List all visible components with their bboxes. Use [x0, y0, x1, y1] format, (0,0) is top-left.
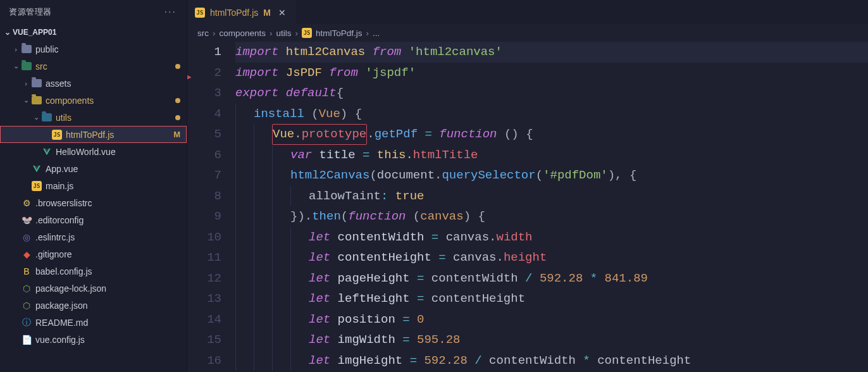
- explorer-header: 资源管理器 ···: [0, 0, 187, 24]
- line-number: 16: [194, 350, 221, 371]
- project-section[interactable]: ⌄ VUE_APP01: [0, 24, 187, 40]
- code-line[interactable]: let pageHeight = contentWidth / 592.28 *…: [235, 268, 868, 289]
- chevron-down-icon: ⌄: [32, 113, 40, 121]
- js-file-icon: JS: [195, 8, 205, 18]
- code-line[interactable]: import html2Canvas from 'html2canvas': [235, 42, 868, 63]
- explorer-title: 资源管理器: [9, 6, 52, 18]
- tree-item-readme-md[interactable]: ⓘREADME.md: [0, 314, 187, 331]
- tree-item-helloworld-vue[interactable]: HelloWorld.vue: [0, 143, 187, 160]
- explorer-sidebar: 资源管理器 ··· ⌄ VUE_APP01 ›public⌄src›assets…: [0, 0, 187, 372]
- breadcrumb-item[interactable]: JShtmlToPdf.js: [302, 28, 363, 38]
- tree-item-label: .editorconfig: [35, 215, 84, 225]
- code-line[interactable]: let contentWidth = canvas.width: [235, 227, 868, 248]
- more-icon[interactable]: ···: [164, 6, 180, 18]
- code-line[interactable]: Vue.prototype.getPdf = function () {: [235, 124, 868, 145]
- glyph-file-icon: ◎: [20, 232, 33, 243]
- breadcrumb-label: htmlToPdf.js: [316, 28, 363, 38]
- tree-item-label: .browserslistrc: [35, 198, 92, 208]
- code-line[interactable]: var title = this.htmlTitle: [235, 145, 868, 166]
- tree-item-vue-config-js[interactable]: 📄vue.config.js: [0, 331, 187, 348]
- line-number: 1: [194, 42, 221, 63]
- modified-dot-icon: [175, 98, 180, 103]
- code-line[interactable]: }).then(function (canvas) {: [235, 206, 868, 227]
- tree-item-label: components: [46, 96, 94, 106]
- chevron-down-icon: ⌄: [11, 62, 20, 70]
- tree-item-label: public: [35, 44, 59, 54]
- line-number: 6: [194, 145, 221, 166]
- code-content[interactable]: import html2Canvas from 'html2canvas'imp…: [235, 42, 868, 372]
- breadcrumb-separator-icon: ›: [270, 28, 273, 38]
- line-number: 10: [194, 227, 221, 248]
- code-line[interactable]: allowTaint: true: [235, 186, 868, 207]
- code-line[interactable]: install (Vue) {: [235, 104, 868, 125]
- tree-item-label: README.md: [35, 318, 88, 328]
- breadcrumb-item[interactable]: utils: [276, 28, 292, 38]
- close-icon[interactable]: ✕: [276, 6, 288, 19]
- code-line[interactable]: let contentHeight = canvas.height: [235, 247, 868, 268]
- js-file-icon: JS: [51, 129, 63, 140]
- tree-item-label: utils: [56, 113, 71, 123]
- tree-item-assets[interactable]: ›assets: [0, 75, 187, 92]
- vue-file-icon: [30, 163, 43, 175]
- breadcrumb-separator-icon: ›: [213, 28, 216, 38]
- tree-item-public[interactable]: ›public: [0, 40, 187, 58]
- glyph-file-icon: B: [20, 266, 33, 277]
- glyph-file-icon: ⓘ: [20, 317, 33, 328]
- code-area[interactable]: ▶ 12345678910111213141516 import html2Ca…: [187, 42, 868, 372]
- code-line[interactable]: import JsPDF from 'jspdf': [235, 63, 868, 84]
- tree-item-label: HelloWorld.vue: [56, 147, 116, 157]
- code-line[interactable]: let leftHeight = contentHeight: [235, 288, 868, 309]
- tree-item-label: vue.config.js: [35, 335, 85, 345]
- tree-item-src[interactable]: ⌄src: [0, 58, 187, 75]
- glyph-file-icon: ⬡: [20, 283, 33, 294]
- chevron-right-icon: ›: [11, 46, 20, 53]
- tree-item-label: htmlToPdf.js: [66, 130, 114, 140]
- tree-item-label: babel.config.js: [35, 266, 92, 276]
- tree-item-htmltopdf-js[interactable]: JShtmlToPdf.jsM: [0, 126, 187, 143]
- breadcrumb-label: components: [220, 28, 266, 38]
- line-number: 11: [194, 247, 221, 268]
- tree-item-label: src: [35, 61, 47, 71]
- breadcrumb-separator-icon: ›: [366, 28, 369, 38]
- code-line[interactable]: let imgHeight = 592.28 / contentWidth * …: [235, 350, 868, 371]
- line-number-gutter: 12345678910111213141516: [194, 42, 235, 372]
- tab-htmltopdf[interactable]: JS htmlToPdf.js M ✕: [187, 0, 296, 24]
- breadcrumb-item[interactable]: ...: [373, 28, 380, 38]
- tree-item-package-json[interactable]: ⬡package.json: [0, 297, 187, 314]
- tree-item-main-js[interactable]: JSmain.js: [0, 177, 187, 194]
- tree-item-package-lock-json[interactable]: ⬡package-lock.json: [0, 280, 187, 297]
- tree-item-label: .gitignore: [35, 249, 72, 259]
- tree-item-babel-config-js[interactable]: Bbabel.config.js: [0, 263, 187, 280]
- chevron-down-icon: ⌄: [3, 28, 13, 37]
- tree-item--editorconfig[interactable]: 🐭.editorconfig: [0, 211, 187, 228]
- breadcrumb-label: src: [197, 28, 209, 38]
- breadcrumb: src›components›utils›JShtmlToPdf.js›...: [187, 24, 868, 42]
- tree-item-app-vue[interactable]: App.vue: [0, 160, 187, 177]
- breadcrumb-item[interactable]: components: [220, 28, 266, 38]
- breadcrumb-label: ...: [373, 28, 380, 38]
- code-line[interactable]: export default{: [235, 83, 868, 104]
- breadcrumb-label: utils: [276, 28, 292, 38]
- folder-icon: [40, 112, 53, 123]
- code-line[interactable]: html2Canvas(document.querySelector('#pdf…: [235, 165, 868, 186]
- tree-item--eslintrc-js[interactable]: ◎.eslintrc.js: [0, 228, 187, 245]
- tree-item-label: main.js: [46, 181, 73, 191]
- code-line[interactable]: let position = 0: [235, 309, 868, 330]
- tree-item-label: package-lock.json: [35, 283, 106, 294]
- code-line[interactable]: let imgWidth = 595.28: [235, 330, 868, 350]
- breadcrumb-item[interactable]: src: [197, 28, 209, 38]
- folder-icon: [20, 44, 33, 55]
- tree-item-utils[interactable]: ⌄utils: [0, 109, 187, 126]
- vue-file-icon: [40, 146, 53, 158]
- tree-item-components[interactable]: ⌄components: [0, 92, 187, 109]
- glyph-file-icon: 📄: [20, 334, 33, 345]
- chevron-down-icon: ⌄: [22, 96, 30, 104]
- line-number: 13: [194, 288, 221, 309]
- tree-item-label: .eslintrc.js: [35, 232, 75, 242]
- glyph-file-icon: ⬡: [20, 300, 33, 311]
- line-number: 7: [194, 165, 221, 186]
- tree-item-label: package.json: [35, 301, 88, 311]
- tree-item--gitignore[interactable]: ◆.gitignore: [0, 245, 187, 263]
- file-tree: ›public⌄src›assets⌄components⌄utilsJShtm…: [0, 40, 187, 372]
- tree-item--browserslistrc[interactable]: ⚙.browserslistrc: [0, 194, 187, 211]
